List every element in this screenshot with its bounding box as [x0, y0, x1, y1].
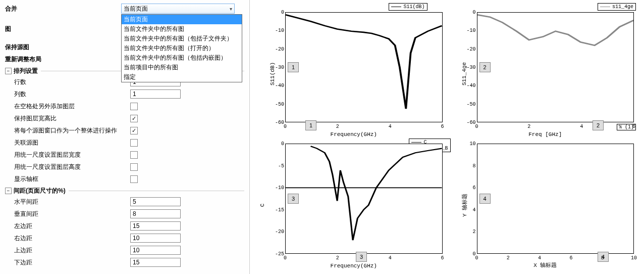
bmargin-label: 下边距: [5, 258, 130, 267]
merge-select-value: 当前页面: [124, 5, 148, 13]
chart-1-xlabel: Frequency(GHz): [331, 131, 377, 138]
merge-label: 合并: [5, 5, 121, 13]
merge-dropdown: 当前页面 当前文件夹中的所有图 当前文件夹中的所有图（包括子文件夹） 当前文件夹…: [121, 14, 242, 82]
chart-2-xlabel: Freq [GHz]: [528, 131, 562, 138]
chart-2-legend: s11_4ge: [598, 3, 636, 11]
layer-badge[interactable]: 2: [593, 120, 604, 130]
chart-3-curve: [286, 144, 442, 253]
settings-panel: 合并 当前页面 ▾ 当前页面 当前文件夹中的所有图 当前文件夹中的所有图（包括子…: [0, 0, 250, 274]
show-frame-checkbox[interactable]: [130, 175, 138, 183]
vgap-label: 垂直间距: [5, 210, 130, 218]
uniform-height-checkbox[interactable]: [130, 163, 138, 171]
layer-badge[interactable]: 1: [288, 62, 299, 72]
chart-4: Y 轴标题 4 4 X 轴标题 10 8 6 4 2 0 0 2 4 6 8 1…: [452, 142, 639, 269]
hgap-label: 水平间距: [5, 198, 130, 206]
charts-grid: S11(dB) S11(dB) 1 1 Frequency(GHz) 0 -10…: [260, 10, 639, 269]
layer-badge[interactable]: 3: [288, 194, 299, 204]
cols-label: 列数: [5, 90, 130, 99]
rmargin-input[interactable]: 10: [130, 234, 181, 243]
uniform-width-checkbox[interactable]: [130, 151, 138, 159]
spacing-group-header[interactable]: − 间距(页面尺寸的%): [5, 187, 244, 195]
chart-3-ylabel: C: [259, 204, 265, 207]
chevron-down-icon: ▾: [230, 6, 232, 12]
rows-label: 行数: [5, 78, 130, 86]
link-source-checkbox[interactable]: [130, 139, 138, 147]
chart-4-ylabel: Y 轴标题: [460, 194, 468, 217]
rmargin-label: 右边距: [5, 234, 130, 243]
layer-badge[interactable]: 3: [356, 252, 367, 262]
uniform-width-label: 用统一尺度设置图层宽度: [5, 151, 130, 159]
keep-aspect-checkbox[interactable]: ✓: [130, 115, 138, 122]
merge-option[interactable]: 当前项目中的所有图: [122, 63, 242, 72]
show-frame-label: 显示轴框: [5, 175, 130, 184]
chart-1-plot: 1: [285, 12, 443, 122]
rearrange-label: 重新调整布局: [5, 55, 121, 64]
tmargin-input[interactable]: 10: [130, 246, 181, 255]
collapse-icon[interactable]: −: [5, 68, 12, 74]
link-source-label: 关联源图: [5, 139, 130, 147]
add-layer-label: 在空格处另外添加图层: [5, 102, 130, 111]
merge-option[interactable]: 当前文件夹中的所有图（打开的）: [122, 43, 242, 53]
whole-window-checkbox[interactable]: ✓: [130, 127, 138, 134]
collapse-icon[interactable]: −: [5, 188, 12, 194]
graph-label: 图: [5, 25, 121, 33]
layer-badge[interactable]: 2: [479, 62, 491, 72]
lmargin-label: 左边距: [5, 222, 130, 231]
merge-option[interactable]: 当前文件夹中的所有图（包括内嵌图）: [122, 53, 242, 63]
hgap-input[interactable]: 5: [130, 197, 181, 206]
keep-aspect-label: 保持图层宽高比: [5, 114, 130, 123]
vgap-input[interactable]: 8: [130, 209, 181, 218]
chart-1: S11(dB) S11(dB) 1 1 Frequency(GHz) 0 -10…: [260, 10, 448, 138]
chart-3: C Clipb1_B C 3 3 Frequency(GHz) 0 -5 -10…: [260, 142, 448, 269]
chart-2-curve: [477, 13, 634, 122]
chart-2: s11_4ge S11_4ge 2 2 % (1) Freq [GHz] 0 -…: [452, 10, 639, 138]
whole-window-label: 将每个源图窗口作为一个整体进行操作: [5, 126, 130, 135]
spacing-group-title: 间距(页面尺寸的%): [14, 187, 66, 195]
chart-4-xlabel: X 轴标题: [533, 261, 557, 269]
merge-option[interactable]: 当前文件夹中的所有图（包括子文件夹）: [122, 34, 242, 43]
add-layer-checkbox[interactable]: [130, 103, 138, 110]
cols-input[interactable]: 1: [130, 89, 181, 99]
tmargin-label: 上边距: [5, 246, 130, 255]
uniform-height-label: 用统一尺度设置图层高度: [5, 163, 130, 171]
keep-source-label: 保持源图: [5, 43, 121, 52]
merge-option[interactable]: 指定: [122, 72, 242, 82]
merge-option[interactable]: 当前页面: [122, 15, 242, 24]
arrange-group-title: 排列设置: [14, 67, 38, 75]
layer-badge[interactable]: 4: [479, 194, 491, 204]
chart-1-curve: [286, 13, 442, 122]
merge-select[interactable]: 当前页面 ▾ 当前页面 当前文件夹中的所有图 当前文件夹中的所有图（包括子文件夹…: [121, 4, 235, 14]
bmargin-input[interactable]: 15: [130, 258, 181, 267]
lmargin-input[interactable]: 15: [130, 221, 181, 231]
divider: [69, 191, 244, 191]
preview-area: S11(dB) S11(dB) 1 1 Frequency(GHz) 0 -10…: [250, 0, 644, 274]
chart-4-plot: 4: [477, 144, 634, 254]
chart-2-plot: 2: [477, 12, 634, 122]
layer-badge[interactable]: 1: [305, 120, 316, 130]
chart-1-legend: S11(dB): [389, 3, 427, 11]
chart-3-xlabel: Frequency(GHz): [331, 263, 377, 269]
chart-3-plot: 3: [285, 144, 443, 254]
merge-option[interactable]: 当前文件夹中的所有图: [122, 24, 242, 34]
